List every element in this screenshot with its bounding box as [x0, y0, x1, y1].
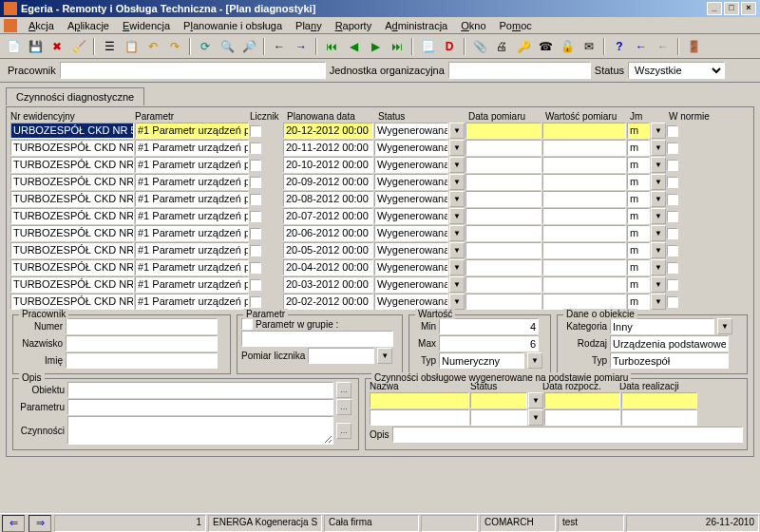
cell-nr[interactable]: TURBOZESPÓŁ CKD NR ! [10, 259, 134, 276]
tb-d-icon[interactable]: D [440, 37, 459, 56]
cell-dpom[interactable] [466, 123, 542, 139]
tb-mail-icon[interactable]: ✉ [580, 37, 598, 56]
status-dd[interactable]: ▼ [449, 225, 465, 241]
cell-licznik-chk[interactable] [250, 125, 261, 137]
cell-pdata[interactable]: 20-06-2012 00:00 [283, 225, 373, 241]
menu-okno[interactable]: Okno [455, 19, 491, 32]
status-dd[interactable]: ▼ [449, 123, 465, 139]
wnorm-chk[interactable] [667, 177, 678, 188]
cell-jm[interactable]: m [627, 208, 650, 224]
typ-input[interactable] [439, 352, 524, 369]
cz-status-dd[interactable]: ▼ [528, 392, 543, 408]
cell-pdata[interactable]: 20-12-2012 00:00 [283, 123, 373, 139]
table-row[interactable]: TURBOZESPÓŁ CKD NR ! #1 Parametr urządze… [10, 276, 750, 293]
numer-input[interactable] [66, 318, 218, 334]
table-row[interactable]: TURBOZESPÓŁ CKD NR ! #1 Parametr urządze… [10, 294, 750, 310]
minimize-button[interactable]: _ [707, 2, 722, 15]
cell-jm[interactable]: m [627, 294, 650, 310]
cell-param[interactable]: #1 Parametr urządzeń po [135, 174, 249, 190]
tb-list-icon[interactable]: ☰ [100, 37, 119, 56]
pomiar-dd[interactable]: ▼ [377, 348, 392, 364]
tb-first-icon[interactable]: ⏮ [322, 37, 341, 56]
cell-nr[interactable]: TURBOZESPÓŁ CKD NR ! [10, 174, 134, 190]
typ-dd[interactable]: ▼ [527, 352, 542, 369]
cell-status[interactable]: Wygenerowana [374, 157, 448, 173]
imie-input[interactable] [66, 352, 218, 369]
tb-right-icon[interactable]: → [292, 37, 311, 56]
obiektu-input[interactable] [67, 382, 333, 398]
status-dd[interactable]: ▼ [449, 208, 465, 224]
jm-dd[interactable]: ▼ [651, 157, 666, 173]
cell-wpom[interactable] [542, 259, 626, 276]
wnorm-chk[interactable] [667, 296, 678, 308]
sb-prev-icon[interactable]: ⇐ [2, 515, 25, 532]
cell-param[interactable]: #1 Parametr urządzeń po [135, 276, 249, 293]
tb-refresh-icon[interactable]: ⟳ [196, 37, 215, 56]
max-input[interactable] [439, 335, 539, 352]
cell-status[interactable]: Wygenerowana [374, 259, 448, 276]
table-row[interactable]: TURBOZESPÓŁ CKD NR ! #1 Parametr urządze… [10, 140, 750, 156]
cz-opis-input[interactable] [392, 427, 743, 443]
cell-nr[interactable]: URBOZESPÓŁ CKD NR 5 [10, 123, 134, 139]
jm-dd[interactable]: ▼ [651, 191, 666, 207]
cell-jm[interactable]: m [627, 140, 650, 156]
tb-help-icon[interactable]: ? [610, 37, 629, 56]
obiektu-btn[interactable]: … [336, 382, 352, 398]
status-dd[interactable]: ▼ [449, 191, 465, 207]
cell-licznik-chk[interactable] [250, 262, 261, 274]
cell-nr[interactable]: TURBOZESPÓŁ CKD NR ! [10, 140, 134, 156]
menu-raporty[interactable]: Raporty [330, 19, 378, 32]
tb-clear-icon[interactable]: 🧹 [69, 37, 88, 56]
cell-nr[interactable]: TURBOZESPÓŁ CKD NR ! [10, 157, 134, 173]
tb-doc-icon[interactable]: 📃 [418, 37, 437, 56]
cell-wpom[interactable] [542, 242, 626, 258]
tb-next-icon[interactable]: ▶ [366, 37, 385, 56]
cell-wpom[interactable] [542, 191, 626, 207]
tb-save-icon[interactable]: 💾 [26, 37, 45, 56]
tb-search-icon[interactable]: 🔍 [218, 37, 237, 56]
wnorm-chk[interactable] [667, 125, 678, 137]
sb-next-icon[interactable]: ⇒ [28, 515, 51, 532]
close-button[interactable]: × [741, 2, 756, 15]
tb-copy-icon[interactable]: 📋 [122, 37, 141, 56]
tb-back-icon[interactable]: ← [632, 37, 651, 56]
menu-administracja[interactable]: Administracja [379, 19, 453, 32]
tb-filter-icon[interactable]: 🔎 [239, 37, 258, 56]
cell-nr[interactable]: TURBOZESPÓŁ CKD NR ! [10, 276, 134, 293]
cz-nazwa[interactable] [370, 392, 469, 408]
table-row[interactable]: TURBOZESPÓŁ CKD NR ! #1 Parametr urządze… [10, 208, 750, 224]
tb-redo-icon[interactable]: ↷ [165, 37, 184, 56]
cell-pdata[interactable]: 20-10-2012 00:00 [283, 157, 373, 173]
cell-jm[interactable]: m [627, 123, 650, 139]
cell-dpom[interactable] [466, 225, 542, 241]
table-row[interactable]: TURBOZESPÓŁ CKD NR ! #1 Parametr urządze… [10, 225, 750, 241]
cell-pdata[interactable]: 20-02-2012 00:00 [283, 294, 373, 310]
kat-dd[interactable]: ▼ [717, 318, 732, 334]
cell-nr[interactable]: TURBOZESPÓŁ CKD NR ! [10, 242, 134, 258]
jm-dd[interactable]: ▼ [651, 123, 666, 139]
status-select[interactable]: Wszystkie [628, 62, 725, 79]
cell-nr[interactable]: TURBOZESPÓŁ CKD NR ! [10, 208, 134, 224]
cell-nr[interactable]: TURBOZESPÓŁ CKD NR ! [10, 191, 134, 207]
table-row[interactable]: TURBOZESPÓŁ CKD NR ! #1 Parametr urządze… [10, 191, 750, 207]
cell-param[interactable]: #1 Parametr urządzeń po [135, 191, 249, 207]
cell-wpom[interactable] [542, 294, 626, 310]
wnorm-chk[interactable] [667, 262, 678, 274]
cell-licznik-chk[interactable] [250, 296, 261, 308]
jm-dd[interactable]: ▼ [651, 225, 666, 241]
jm-dd[interactable]: ▼ [651, 140, 666, 156]
cell-status[interactable]: Wygenerowana [374, 191, 448, 207]
tb-fwd-icon[interactable]: ← [654, 37, 673, 56]
cell-status[interactable]: Wygenerowana [374, 123, 448, 139]
tab-czynnosci[interactable]: Czynności diagnostyczne [6, 87, 144, 105]
cell-status[interactable]: Wygenerowana [374, 225, 448, 241]
parametru-btn[interactable]: … [336, 399, 352, 415]
cell-jm[interactable]: m [627, 242, 650, 258]
table-row[interactable]: TURBOZESPÓŁ CKD NR ! #1 Parametr urządze… [10, 174, 750, 190]
grupie-input[interactable] [241, 331, 393, 347]
czynnosci-input[interactable] [67, 416, 333, 445]
pracownik-input[interactable] [60, 62, 326, 79]
cell-status[interactable]: Wygenerowana [374, 294, 448, 310]
tb-exit-icon[interactable]: 🚪 [684, 37, 703, 56]
wnorm-chk[interactable] [667, 211, 678, 222]
